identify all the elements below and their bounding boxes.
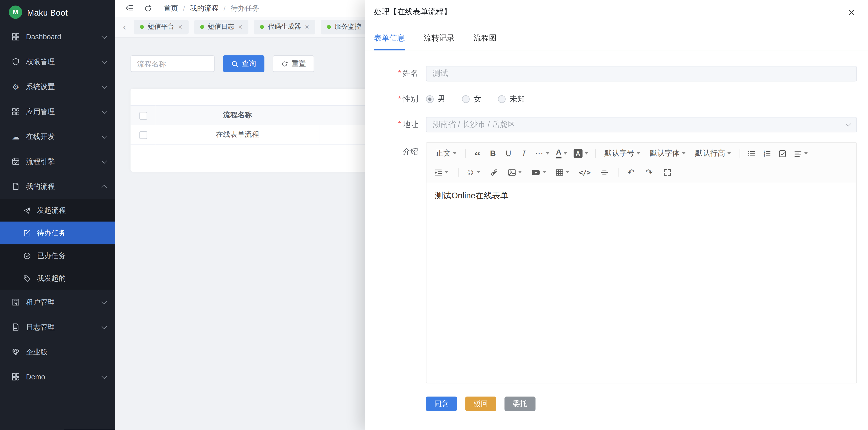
radio-icon xyxy=(462,95,470,103)
tabs-scroll-left-icon[interactable]: ‹ xyxy=(121,22,128,32)
highlight-color-button[interactable]: A xyxy=(570,146,591,161)
collapse-sidebar-icon[interactable] xyxy=(125,4,134,12)
process-form: *姓名 *性别 男 女 xyxy=(365,50,868,411)
gender-option-unknown[interactable]: 未知 xyxy=(498,94,525,104)
name-row: *姓名 xyxy=(365,66,857,82)
horizontal-rule-button[interactable] xyxy=(597,165,612,179)
table-button[interactable] xyxy=(552,165,572,179)
breadcrumb-my-workflow[interactable]: 我的流程 xyxy=(190,3,218,13)
sidebar-item-permissions[interactable]: 权限管理 xyxy=(0,49,115,74)
reject-button[interactable]: 驳回 xyxy=(465,397,496,411)
address-select[interactable]: 湖南省 / 长沙市 / 岳麓区 xyxy=(426,117,857,133)
sidebar-item-tenant-management[interactable]: 租户管理 xyxy=(0,290,115,315)
chevron-down-icon xyxy=(101,298,107,304)
font-family-select[interactable]: 默认字体 xyxy=(645,146,690,161)
delegate-button[interactable]: 委托 xyxy=(504,397,535,411)
toolbar-divider xyxy=(740,149,740,158)
bullet-list-button[interactable] xyxy=(744,146,760,161)
sidebar-item-online-dev[interactable]: ☁ 在线开发 xyxy=(0,124,115,149)
line-height-select[interactable]: 默认行高 xyxy=(690,146,736,161)
tab-label: 短信平台 xyxy=(148,22,174,31)
caret-down-icon xyxy=(546,152,549,154)
sidebar-item-system-settings[interactable]: ⚙ 系统设置 xyxy=(0,74,115,99)
address-value: 湖南省 / 长沙市 / 岳麓区 xyxy=(433,120,515,130)
refresh-icon[interactable] xyxy=(143,4,152,12)
font-color-button[interactable]: A xyxy=(553,146,570,161)
query-button[interactable]: 查询 xyxy=(223,55,265,72)
sidebar-item-demo[interactable]: Demo xyxy=(0,365,115,390)
paragraph-style-select[interactable]: 正文 xyxy=(431,146,461,161)
sidebar-item-label: 发起流程 xyxy=(37,205,106,215)
row-checkbox[interactable] xyxy=(139,131,147,139)
gender-option-male[interactable]: 男 xyxy=(426,94,445,104)
tab-close-icon[interactable]: × xyxy=(178,23,182,30)
tab-sms-log[interactable]: 短信日志 × xyxy=(194,20,248,34)
approve-button[interactable]: 同意 xyxy=(426,397,457,411)
sidebar-item-workflow-engine[interactable]: 流程引擎 xyxy=(0,149,115,174)
tab-flow-records[interactable]: 流转记录 xyxy=(424,33,455,50)
toolbar-divider xyxy=(619,168,619,177)
sidebar-item-pending-tasks[interactable]: 待办任务 xyxy=(0,222,115,244)
gem-icon xyxy=(11,347,20,356)
fullscreen-button[interactable] xyxy=(659,165,675,179)
dashboard-icon xyxy=(11,32,20,41)
reset-button[interactable]: 重置 xyxy=(273,55,314,72)
blockquote-button[interactable]: “ xyxy=(470,146,485,161)
sidebar: M Maku Boot Dashboard 权限管理 ⚙ 系统设置 xyxy=(0,0,115,430)
tab-close-icon[interactable]: × xyxy=(305,23,309,30)
align-button[interactable] xyxy=(790,146,811,161)
gender-row: *性别 男 女 未知 xyxy=(365,91,857,107)
gender-option-female[interactable]: 女 xyxy=(462,94,481,104)
sidebar-item-done-tasks[interactable]: 已办任务 xyxy=(0,244,115,267)
name-field[interactable] xyxy=(426,66,857,82)
radio-checked-icon xyxy=(426,95,434,103)
svg-text:3: 3 xyxy=(764,154,765,157)
name-label: *姓名 xyxy=(365,69,426,79)
underline-button[interactable]: U xyxy=(501,146,516,161)
bold-button[interactable]: B xyxy=(485,146,501,161)
tab-close-icon[interactable]: × xyxy=(238,23,242,30)
tab-label: 表单信息 xyxy=(374,33,405,42)
code-block-button[interactable]: </> xyxy=(576,165,594,179)
emoji-button[interactable]: ☺ xyxy=(462,165,484,179)
indent-button[interactable] xyxy=(431,165,451,179)
more-styles-button[interactable]: ⋯ xyxy=(532,146,553,161)
sidebar-item-my-workflow[interactable]: 我的流程 xyxy=(0,174,115,199)
tab-sms-platform[interactable]: 短信平台 × xyxy=(134,20,188,34)
sidebar-item-label: 系统设置 xyxy=(26,82,102,92)
font-size-select[interactable]: 默认字号 xyxy=(599,146,645,161)
drawer-title: 处理【在线表单流程】 xyxy=(374,7,451,18)
document-icon xyxy=(11,182,20,191)
caret-down-icon xyxy=(682,152,685,154)
sidebar-item-dashboard[interactable]: Dashboard xyxy=(0,24,115,49)
image-button[interactable] xyxy=(505,165,525,179)
sidebar-item-initiated-by-me[interactable]: 我发起的 xyxy=(0,267,115,289)
close-icon[interactable]: × xyxy=(848,6,855,18)
chevron-down-icon xyxy=(101,108,107,114)
editor-content[interactable]: 测试Online在线表单 xyxy=(427,183,856,383)
link-button[interactable] xyxy=(487,165,502,179)
cell-process-name: 在线表单流程 xyxy=(155,125,319,144)
sidebar-item-log-management[interactable]: 日志管理 xyxy=(0,315,115,340)
todo-list-button[interactable] xyxy=(775,146,790,161)
sidebar-item-app-management[interactable]: 应用管理 xyxy=(0,99,115,124)
ordered-list-button[interactable]: 123 xyxy=(760,146,775,161)
editor-toolbar-row-1: 正文 “ B U I ⋯ A A 默认字号 xyxy=(431,144,852,163)
italic-button[interactable]: I xyxy=(516,146,532,161)
tab-code-generator[interactable]: 代码生成器 × xyxy=(254,20,315,34)
redo-button[interactable]: ↷ xyxy=(642,165,657,179)
video-button[interactable] xyxy=(528,165,550,179)
breadcrumb-home[interactable]: 首页 xyxy=(164,3,178,13)
tab-flow-chart[interactable]: 流程图 xyxy=(473,33,497,50)
sidebar-item-label: 待办任务 xyxy=(37,228,106,238)
tab-form-info[interactable]: 表单信息 xyxy=(374,33,405,50)
select-all-checkbox[interactable] xyxy=(139,112,147,120)
breadcrumb-separator: / xyxy=(224,4,225,12)
undo-button[interactable]: ↶ xyxy=(623,165,639,179)
sidebar-item-enterprise[interactable]: 企业版 xyxy=(0,340,115,365)
drawer-tabs: 表单信息 流转记录 流程图 xyxy=(365,24,868,50)
sidebar-item-initiate-process[interactable]: 发起流程 xyxy=(0,199,115,222)
process-name-input[interactable] xyxy=(130,55,215,72)
sidebar-item-label: 流程引擎 xyxy=(26,156,102,167)
process-handle-drawer: 处理【在线表单流程】 × 表单信息 流转记录 流程图 *姓名 xyxy=(365,0,868,430)
